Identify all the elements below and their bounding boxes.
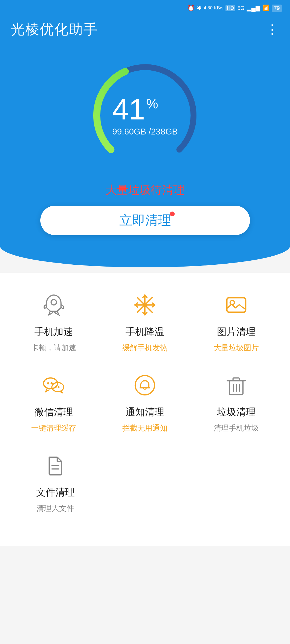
storage-total: /238GB <box>149 127 178 136</box>
notify-clean-desc: 拦截无用通知 <box>122 423 167 433</box>
gauge-center: 41 % 99.60GB /238GB <box>112 94 178 137</box>
notify-icon <box>129 369 161 401</box>
trash-clean-desc: 清理手机垃圾 <box>214 423 259 433</box>
wechat-icon <box>38 369 70 401</box>
storage-info: 99.60GB /238GB <box>112 127 178 137</box>
storage-used: 99.60GB <box>112 127 146 136</box>
photo-icon <box>220 289 252 321</box>
cooling-name: 手机降温 <box>126 325 164 339</box>
status-bar: ⏰ ✱ 4.80 KB/s HD 5G ▂▄▆ 📶 79 <box>0 0 290 16</box>
storage-gauge: 41 % 99.60GB /238GB <box>89 59 202 172</box>
svg-point-22 <box>55 386 56 388</box>
trash-clean-name: 垃圾清理 <box>217 406 256 419</box>
feature-grid: 手机加速 卡顿，请加速 <box>11 289 279 433</box>
wechat-clean-name: 微信清理 <box>34 406 73 419</box>
feature-file-clean[interactable]: 文件清理 清理大文件 <box>11 449 100 514</box>
svg-point-24 <box>135 376 155 395</box>
network-speed: 4.80 KB/s <box>204 6 224 11</box>
feature-photo-clean[interactable]: 图片清理 大量垃圾图片 <box>193 289 279 353</box>
rocket-icon <box>38 289 70 321</box>
phone-boost-name: 手机加速 <box>34 325 73 339</box>
status-icons: ⏰ ✱ 4.80 KB/s HD 5G ▂▄▆ 📶 79 <box>187 5 282 12</box>
percent-number: 41 <box>112 94 145 124</box>
feature-cooling[interactable]: 手机降温 缓解手机发热 <box>102 289 188 353</box>
hero-section: 41 % 99.60GB /238GB 大量垃圾待清理 立即清理 <box>0 43 290 267</box>
hd-badge: HD <box>225 5 235 11</box>
percent-display: 41 % <box>112 94 178 124</box>
battery-indicator: 79 <box>272 5 282 12</box>
file-clean-name: 文件清理 <box>36 486 75 499</box>
trash-icon <box>220 369 252 401</box>
svg-point-19 <box>47 382 49 384</box>
file-icon <box>39 449 71 482</box>
percent-symbol: % <box>146 97 158 111</box>
notify-clean-name: 通知清理 <box>126 406 164 419</box>
svg-rect-29 <box>233 378 239 381</box>
feature-wechat-clean[interactable]: 微信清理 一键清理缓存 <box>11 369 97 433</box>
5g-badge: 5G <box>237 5 245 11</box>
photo-clean-desc: 大量垃圾图片 <box>214 343 259 353</box>
file-clean-row: 文件清理 清理大文件 <box>11 449 279 514</box>
feature-notify-clean[interactable]: 通知清理 拦截无用通知 <box>102 369 188 433</box>
svg-point-23 <box>58 386 59 388</box>
wechat-clean-desc: 一键清理缓存 <box>31 423 76 433</box>
clean-button-dot <box>170 212 175 216</box>
svg-point-20 <box>51 382 53 384</box>
bluetooth-icon: ✱ <box>197 5 202 12</box>
svg-point-26 <box>144 380 146 381</box>
svg-rect-16 <box>227 298 246 312</box>
phone-boost-desc: 卡顿，请加速 <box>31 343 76 353</box>
photo-clean-name: 图片清理 <box>217 325 256 339</box>
feature-trash-clean[interactable]: 垃圾清理 清理手机垃圾 <box>193 369 279 433</box>
clean-button-label: 立即清理 <box>119 212 171 229</box>
clean-button[interactable]: 立即清理 <box>40 206 250 235</box>
alarm-icon: ⏰ <box>187 5 195 12</box>
feature-grid-section: 手机加速 卡顿，请加速 <box>0 273 290 546</box>
menu-button[interactable]: ⋮ <box>266 23 279 36</box>
svg-point-2 <box>51 300 56 305</box>
signal-icon: ▂▄▆ <box>247 5 260 12</box>
file-clean-desc: 清理大文件 <box>37 503 74 514</box>
snowflake-icon <box>129 289 161 321</box>
wifi-icon: 📶 <box>262 5 270 12</box>
cooling-desc: 缓解手机发热 <box>122 343 167 353</box>
app-title: 光棱优化助手 <box>11 20 98 39</box>
svg-point-15 <box>143 303 147 307</box>
feature-phone-boost[interactable]: 手机加速 卡顿，请加速 <box>11 289 97 353</box>
